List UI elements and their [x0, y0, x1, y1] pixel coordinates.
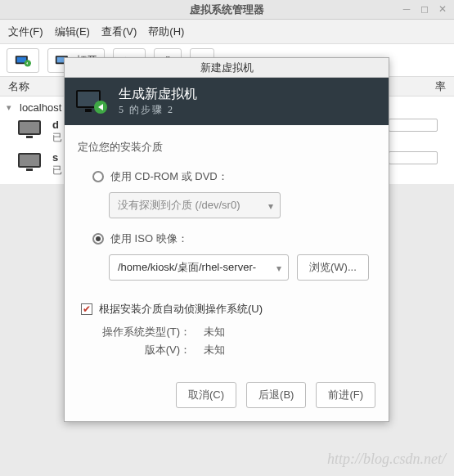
new-vm-button[interactable]	[7, 48, 39, 73]
vm-wizard-icon	[74, 88, 107, 115]
svg-point-2	[25, 60, 31, 66]
monitor-icon	[16, 151, 44, 173]
radio-icon	[92, 171, 104, 182]
menu-file[interactable]: 文件(F)	[8, 25, 43, 39]
back-button[interactable]: 后退(B)	[246, 382, 306, 408]
svg-rect-10	[26, 168, 33, 171]
os-type-value: 未知	[204, 325, 225, 339]
version-label: 版本(V)：	[92, 343, 191, 357]
dialog-title: 新建虚拟机	[200, 61, 254, 75]
menu-help[interactable]: 帮助(H)	[148, 25, 184, 39]
iso-value: /home/kiosk/桌面/rhel-server-	[118, 260, 256, 275]
minimize-icon[interactable]: ─	[400, 2, 413, 16]
maximize-icon[interactable]: ◻	[418, 2, 431, 16]
browse-button[interactable]: 浏览(W)...	[297, 254, 369, 281]
new-vm-dialog: 新建虚拟机 生成新虚拟机 5 的步骤 2 定位您的安装介质 使用 CD-ROM …	[64, 57, 389, 422]
vm-usage-bar	[389, 119, 438, 132]
svg-rect-6	[20, 122, 39, 133]
menubar: 文件(F) 编辑(E) 查看(V) 帮助(H)	[0, 20, 454, 44]
dialog-header: 生成新虚拟机 5 的步骤 2	[65, 78, 389, 125]
col-name: 名称	[8, 79, 29, 94]
wizard-step: 5 的步骤 2	[119, 103, 197, 117]
monitor-icon	[16, 119, 44, 140]
cdrom-label: 使用 CD-ROM 或 DVD：	[110, 169, 228, 184]
svg-rect-13	[85, 109, 92, 112]
autodetect-checkbox[interactable]: ✔ 根据安装介质自动侦测操作系统(U)	[81, 302, 375, 317]
dialog-body: 定位您的安装介质 使用 CD-ROM 或 DVD： 没有探测到介质 (/dev/…	[65, 125, 389, 369]
os-type-label: 操作系统类型(T)：	[92, 325, 191, 339]
version-value: 未知	[204, 343, 225, 357]
main-title: 虚拟系统管理器	[190, 2, 264, 17]
chevron-down-icon: ▾	[268, 200, 273, 212]
autodetect-label: 根据安装介质自动侦测操作系统(U)	[99, 302, 263, 317]
collapse-icon[interactable]: ▾	[7, 102, 15, 113]
version-row: 版本(V)： 未知	[92, 343, 375, 357]
iso-path-combo[interactable]: /home/kiosk/桌面/rhel-server- ▾	[109, 254, 289, 281]
svg-rect-7	[26, 136, 33, 138]
menu-edit[interactable]: 编辑(E)	[55, 25, 90, 39]
col-rate: 率	[435, 79, 446, 94]
checkbox-icon: ✔	[81, 303, 92, 315]
radio-cdrom[interactable]: 使用 CD-ROM 或 DVD：	[78, 164, 375, 189]
vm-status: 已	[52, 131, 62, 145]
host-label: localhost (	[20, 101, 68, 114]
cdrom-combo: 没有探测到介质 (/dev/sr0) ▾	[109, 192, 281, 218]
main-titlebar: 虚拟系统管理器 ─ ◻ ✕	[0, 0, 454, 20]
radio-iso[interactable]: 使用 ISO 映像：	[78, 227, 375, 251]
vm-name: s	[52, 151, 62, 164]
wizard-title: 生成新虚拟机	[119, 86, 197, 103]
dialog-titlebar: 新建虚拟机	[65, 58, 389, 78]
dialog-footer: 取消(C) 后退(B) 前进(F)	[65, 369, 389, 421]
cdrom-placeholder: 没有探测到介质 (/dev/sr0)	[118, 198, 240, 213]
iso-label: 使用 ISO 映像：	[110, 231, 188, 246]
cancel-button[interactable]: 取消(C)	[176, 382, 236, 408]
window-controls: ─ ◻ ✕	[400, 2, 449, 16]
watermark: http://blog.csdn.net/	[327, 451, 446, 468]
vm-usage-bar	[389, 151, 438, 164]
vm-name: d	[52, 119, 62, 131]
close-icon[interactable]: ✕	[436, 2, 449, 16]
svg-rect-9	[20, 155, 39, 166]
media-prompt: 定位您的安装介质	[78, 140, 375, 155]
radio-icon	[92, 233, 104, 245]
menu-view[interactable]: 查看(V)	[101, 25, 137, 39]
vm-status: 已	[52, 164, 62, 177]
forward-button[interactable]: 前进(F)	[316, 382, 375, 408]
os-type-row: 操作系统类型(T)： 未知	[92, 325, 375, 339]
chevron-down-icon: ▾	[276, 263, 281, 274]
